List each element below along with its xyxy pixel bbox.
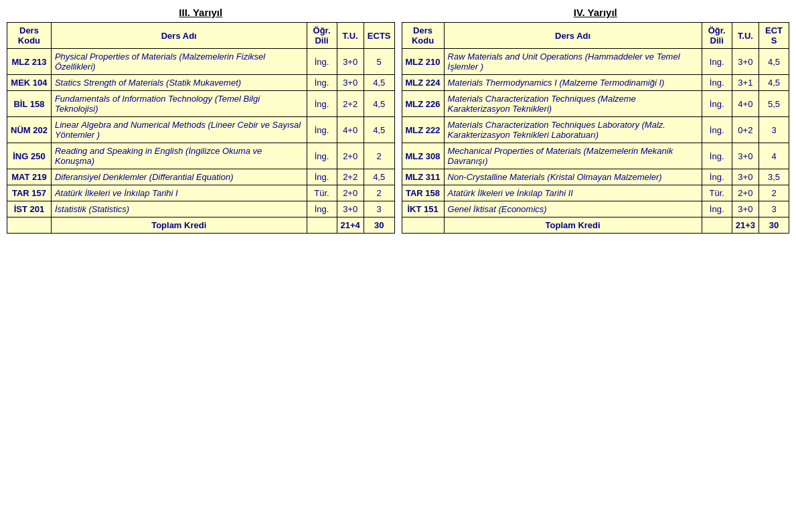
course-name: Fundamentals of Information Technology (… xyxy=(51,91,307,117)
course-ects: 4,5 xyxy=(759,49,789,75)
semester-table-3: DersKoduDers AdıÖğr.DiliT.U.ECTSMLZ 213P… xyxy=(7,22,395,234)
col-header-tu: T.U. xyxy=(337,23,364,49)
course-name: Materials Characterization Techniques (M… xyxy=(444,91,702,117)
course-code: İST 201 xyxy=(7,201,52,217)
course-code: MAT 219 xyxy=(7,169,52,185)
course-code: MLZ 311 xyxy=(402,169,444,185)
table-row: MLZ 213Physical Properties of Materials … xyxy=(7,49,395,75)
course-lang: Tür. xyxy=(307,185,337,201)
course-lang: İng. xyxy=(307,201,337,217)
course-code: MLZ 213 xyxy=(7,49,52,75)
total-label: Toplam Kredi xyxy=(444,217,702,234)
total-empty-code xyxy=(402,217,444,234)
course-tu: 2+0 xyxy=(337,143,364,169)
course-ects: 5 xyxy=(364,49,394,75)
course-lang: İng. xyxy=(307,117,337,143)
course-name: İstatistik (Statistics) xyxy=(51,201,307,217)
course-ects: 3 xyxy=(364,201,394,217)
course-lang: Ing. xyxy=(702,49,732,75)
course-code: MLZ 224 xyxy=(402,75,444,91)
course-ects: 2 xyxy=(759,185,789,201)
table-row: NÜM 202Linear Algebra and Numerical Meth… xyxy=(7,117,395,143)
course-code: İNG 250 xyxy=(7,143,52,169)
course-ects: 4,5 xyxy=(364,91,394,117)
course-ects: 3 xyxy=(759,201,789,217)
course-name: Raw Materials and Unit Operations (Hamma… xyxy=(444,49,702,75)
course-tu: 4+0 xyxy=(337,117,364,143)
total-row: Toplam Kredi21+330 xyxy=(402,217,789,234)
course-code: TAR 157 xyxy=(7,185,52,201)
course-name: Materials Characterization Techniques La… xyxy=(444,117,702,143)
course-ects: 4,5 xyxy=(364,169,394,185)
col-header-ects: ECTS xyxy=(364,23,394,49)
course-ects: 2 xyxy=(364,143,394,169)
total-empty-lang xyxy=(702,217,732,234)
course-tu: 0+2 xyxy=(732,117,759,143)
course-ects: 4,5 xyxy=(364,75,394,91)
course-name: Atatürk İlkeleri ve İnkılap Tarihi II xyxy=(444,185,702,201)
course-ects: 3,5 xyxy=(759,169,789,185)
course-tu: 3+0 xyxy=(337,75,364,91)
course-ects: 4,5 xyxy=(759,75,789,91)
semester-table-4: DersKoduDers AdıÖğr.DiliT.U.ECT SMLZ 210… xyxy=(402,22,790,234)
course-lang: İng. xyxy=(702,201,732,217)
course-name: Reading and Speaking in English (İngiliz… xyxy=(51,143,307,169)
course-ects: 4 xyxy=(759,143,789,169)
col-header-lang: Öğr.Dili xyxy=(307,23,337,49)
course-code: MEK 104 xyxy=(7,75,52,91)
total-label: Toplam Kredi xyxy=(51,217,307,234)
course-tu: 3+1 xyxy=(732,75,759,91)
course-tu: 4+0 xyxy=(732,91,759,117)
course-ects: 3 xyxy=(759,117,789,143)
semester-block-4: IV. YarıyılDersKoduDers AdıÖğr.DiliT.U.E… xyxy=(402,7,790,234)
course-name: Diferansiyel Denklemler (Differantial Eq… xyxy=(51,169,307,185)
course-tu: 3+0 xyxy=(732,49,759,75)
col-header-ects: ECT S xyxy=(759,23,789,49)
table-row: İKT 151Genel İktisat (Economics)İng.3+03 xyxy=(402,201,789,217)
course-tu: 3+0 xyxy=(732,201,759,217)
col-header-name: Ders Adı xyxy=(444,23,702,49)
table-row: TAR 158Atatürk İlkeleri ve İnkılap Tarih… xyxy=(402,185,789,201)
table-row: MLZ 222Materials Characterization Techni… xyxy=(402,117,789,143)
table-row: MEK 104Statics Strength of Materials (St… xyxy=(7,75,395,91)
course-lang: İng. xyxy=(702,143,732,169)
course-lang: İng. xyxy=(307,75,337,91)
course-code: MLZ 222 xyxy=(402,117,444,143)
course-code: İKT 151 xyxy=(402,201,444,217)
total-ects: 30 xyxy=(759,217,789,234)
course-lang: İng. xyxy=(702,91,732,117)
course-name: Mechanical Properties of Materials (Malz… xyxy=(444,143,702,169)
course-tu: 2+2 xyxy=(337,91,364,117)
table-row: MLZ 311Non-Crystalline Materials (Krista… xyxy=(402,169,789,185)
col-header-tu: T.U. xyxy=(732,23,759,49)
course-lang: İng. xyxy=(307,143,337,169)
course-lang: İng. xyxy=(702,117,732,143)
total-row: Toplam Kredi21+430 xyxy=(7,217,395,234)
course-tu: 2+2 xyxy=(337,169,364,185)
course-ects: 5,5 xyxy=(759,91,789,117)
course-lang: İng. xyxy=(307,169,337,185)
table-row: İNG 250Reading and Speaking in English (… xyxy=(7,143,395,169)
course-code: TAR 158 xyxy=(402,185,444,201)
total-ects: 30 xyxy=(364,217,394,234)
semester-title-3: III. Yarıyıl xyxy=(7,7,395,18)
course-name: Atatürk İlkeleri ve İnkılap Tarihi I xyxy=(51,185,307,201)
col-header-name: Ders Adı xyxy=(51,23,307,49)
table-row: İST 201 İstatistik (Statistics)İng.3+03 xyxy=(7,201,395,217)
course-ects: 4,5 xyxy=(364,117,394,143)
course-name: Linear Algebra and Numerical Methods (Li… xyxy=(51,117,307,143)
course-name: Materials Thermodynamics I (Malzeme Term… xyxy=(444,75,702,91)
table-row: MLZ 210Raw Materials and Unit Operations… xyxy=(402,49,789,75)
total-empty-code xyxy=(7,217,52,234)
total-tu: 21+3 xyxy=(732,217,759,234)
page-wrapper: III. YarıyılDersKoduDers AdıÖğr.DiliT.U.… xyxy=(7,7,789,234)
course-code: MLZ 308 xyxy=(402,143,444,169)
semester-block-3: III. YarıyılDersKoduDers AdıÖğr.DiliT.U.… xyxy=(7,7,395,234)
total-empty-lang xyxy=(307,217,337,234)
course-name: Genel İktisat (Economics) xyxy=(444,201,702,217)
course-code: MLZ 210 xyxy=(402,49,444,75)
table-row: MLZ 224Materials Thermodynamics I (Malze… xyxy=(402,75,789,91)
col-header-code: DersKodu xyxy=(7,23,52,49)
course-ects: 2 xyxy=(364,185,394,201)
course-lang: İng. xyxy=(307,49,337,75)
